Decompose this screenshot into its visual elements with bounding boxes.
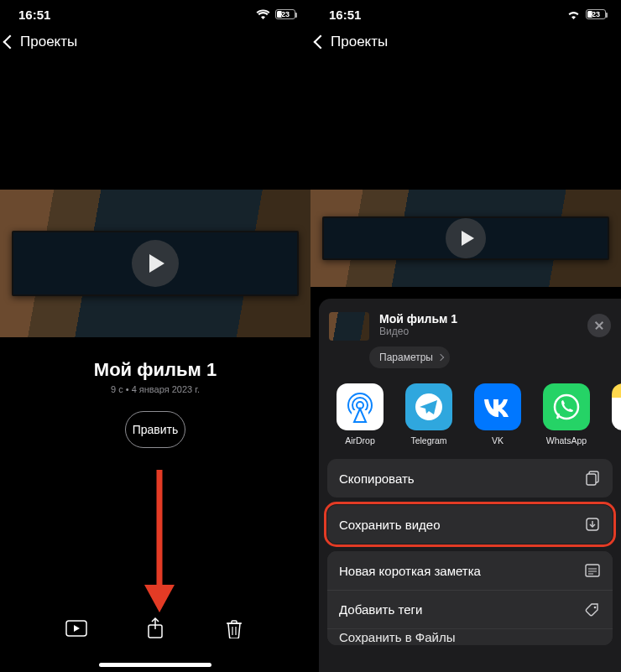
share-actions: Скопировать Сохранить видео Новая коротк…	[319, 457, 621, 645]
chevron-right-icon	[437, 354, 444, 361]
svg-rect-20	[586, 565, 599, 576]
svg-marker-1	[144, 585, 175, 612]
bottom-toolbar	[0, 610, 310, 647]
whatsapp-icon	[543, 383, 590, 430]
status-bar: 16:51 23	[310, 0, 621, 29]
screenshot-right: 16:51 23 Проекты Мой фильм 1	[310, 0, 621, 672]
close-button[interactable]	[587, 314, 611, 337]
edit-button[interactable]: Править	[125, 411, 185, 448]
status-time: 16:51	[329, 8, 361, 22]
share-apps-row[interactable]: AirDrop Telegram VK	[319, 375, 621, 457]
status-time: 16:51	[18, 8, 50, 22]
screenshot-left: 16:51 23 Проекты Мой фильм 1 9 с • 4 янв…	[0, 0, 310, 672]
battery-indicator: 23	[586, 9, 606, 19]
svg-rect-17	[587, 474, 596, 485]
copy-icon	[584, 470, 601, 487]
action-save-video[interactable]: Сохранить видео	[327, 505, 613, 544]
svg-point-24	[594, 606, 597, 608]
airdrop-icon	[337, 383, 384, 430]
annotation-arrow	[134, 466, 185, 612]
trash-icon[interactable]	[223, 618, 245, 638]
back-label: Проекты	[20, 34, 77, 50]
play-icon	[149, 254, 164, 273]
telegram-icon	[405, 383, 452, 430]
play-button[interactable]	[132, 240, 179, 287]
share-icon[interactable]	[144, 618, 166, 638]
share-thumbnail	[329, 312, 369, 341]
back-button[interactable]: Проекты	[5, 34, 77, 50]
share-app-vk[interactable]: VK	[472, 383, 524, 445]
action-save-files[interactable]: Сохранить в Файлы	[327, 628, 613, 645]
action-group: Новая короткая заметка Добавить теги Сох…	[327, 551, 613, 645]
download-icon	[584, 516, 601, 533]
back-button[interactable]: Проекты	[316, 34, 388, 50]
share-subtitle: Видео	[379, 326, 457, 337]
action-quick-note[interactable]: Новая короткая заметка	[327, 551, 613, 590]
notes-icon	[612, 383, 621, 430]
back-label: Проекты	[331, 34, 388, 50]
share-sheet-header: Мой фильм 1 Видео	[319, 307, 621, 349]
share-app-more[interactable]: За	[609, 383, 621, 445]
project-title: Мой фильм 1	[0, 359, 310, 381]
project-meta: 9 с • 4 января 2023 г.	[0, 384, 310, 394]
tag-icon	[584, 602, 601, 618]
share-app-telegram[interactable]: Telegram	[403, 383, 455, 445]
home-indicator[interactable]	[99, 663, 211, 667]
wifi-icon	[566, 9, 581, 19]
note-icon	[584, 563, 601, 578]
chevron-left-icon	[3, 35, 18, 49]
play-outline-icon[interactable]	[65, 618, 87, 638]
chevron-left-icon	[314, 35, 328, 49]
video-preview[interactable]	[0, 190, 310, 337]
share-app-airdrop[interactable]: AirDrop	[334, 383, 386, 445]
action-copy[interactable]: Скопировать	[327, 459, 613, 497]
options-button[interactable]: Параметры	[369, 346, 450, 368]
video-preview[interactable]	[310, 190, 621, 287]
share-sheet: Мой фильм 1 Видео Параметры AirDrop	[319, 299, 621, 672]
share-app-whatsapp[interactable]: WhatsApp	[540, 383, 592, 445]
action-add-tags[interactable]: Добавить теги	[327, 590, 613, 628]
svg-marker-3	[74, 625, 80, 632]
vk-icon	[474, 383, 521, 430]
wifi-icon	[256, 9, 270, 19]
play-icon	[462, 231, 474, 246]
share-title: Мой фильм 1	[379, 312, 457, 326]
play-button[interactable]	[446, 218, 486, 258]
battery-indicator: 23	[275, 9, 295, 19]
project-title-block: Мой фильм 1 9 с • 4 января 2023 г.	[0, 359, 310, 394]
status-bar: 16:51 23	[0, 0, 310, 29]
